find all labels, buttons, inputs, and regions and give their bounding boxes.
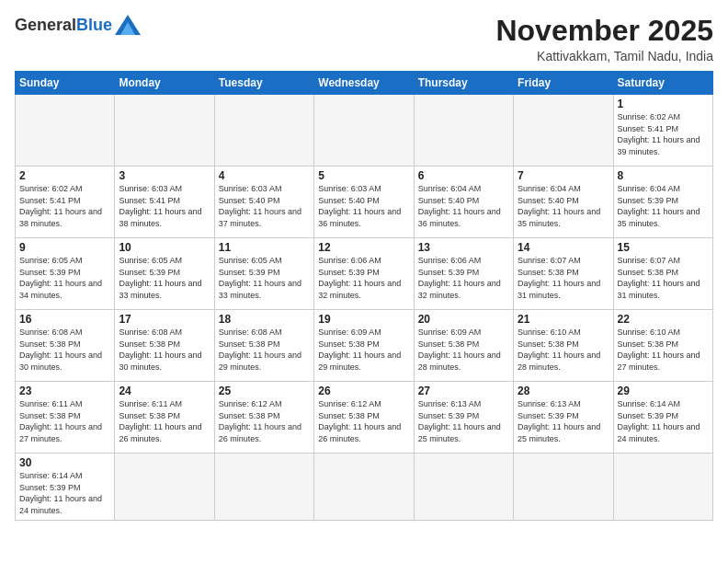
header: General Blue November 2025 Kattivakkam, …: [15, 15, 713, 63]
day-number: 5: [318, 169, 409, 182]
day-number: 3: [119, 169, 210, 182]
day-info: Sunrise: 6:04 AM Sunset: 5:40 PM Dayligh…: [518, 183, 609, 229]
day-number: 11: [219, 241, 310, 254]
day-number: 22: [618, 313, 709, 326]
calendar-week-row: 9Sunrise: 6:05 AM Sunset: 5:39 PM Daylig…: [16, 238, 713, 310]
header-thursday: Thursday: [414, 72, 513, 95]
header-friday: Friday: [514, 72, 613, 95]
table-row: 14Sunrise: 6:07 AM Sunset: 5:38 PM Dayli…: [514, 238, 613, 310]
table-row: 21Sunrise: 6:10 AM Sunset: 5:38 PM Dayli…: [514, 310, 613, 382]
day-number: 12: [318, 241, 409, 254]
page: General Blue November 2025 Kattivakkam, …: [0, 0, 728, 563]
day-number: 1: [618, 98, 709, 110]
table-row: 3Sunrise: 6:03 AM Sunset: 5:41 PM Daylig…: [115, 167, 214, 238]
table-row: 5Sunrise: 6:03 AM Sunset: 5:40 PM Daylig…: [314, 167, 414, 238]
table-row: 18Sunrise: 6:08 AM Sunset: 5:38 PM Dayli…: [214, 310, 313, 382]
table-row: 11Sunrise: 6:05 AM Sunset: 5:39 PM Dayli…: [214, 238, 313, 310]
table-row: [414, 454, 513, 520]
day-number: 13: [418, 241, 509, 254]
location: Kattivakkam, Tamil Nadu, India: [495, 49, 713, 63]
day-number: 29: [618, 385, 709, 397]
title-block: November 2025 Kattivakkam, Tamil Nadu, I…: [495, 15, 713, 63]
header-monday: Monday: [115, 72, 214, 95]
table-row: [115, 95, 214, 167]
day-info: Sunrise: 6:09 AM Sunset: 5:38 PM Dayligh…: [418, 327, 509, 373]
day-number: 14: [518, 241, 609, 254]
day-number: 7: [518, 169, 609, 182]
day-info: Sunrise: 6:07 AM Sunset: 5:38 PM Dayligh…: [618, 255, 709, 301]
table-row: 19Sunrise: 6:09 AM Sunset: 5:38 PM Dayli…: [314, 310, 414, 382]
day-info: Sunrise: 6:06 AM Sunset: 5:39 PM Dayligh…: [318, 255, 409, 301]
day-number: 23: [19, 385, 110, 397]
table-row: 25Sunrise: 6:12 AM Sunset: 5:38 PM Dayli…: [214, 382, 313, 454]
table-row: 7Sunrise: 6:04 AM Sunset: 5:40 PM Daylig…: [514, 167, 613, 238]
table-row: 24Sunrise: 6:11 AM Sunset: 5:38 PM Dayli…: [115, 382, 214, 454]
day-info: Sunrise: 6:08 AM Sunset: 5:38 PM Dayligh…: [219, 327, 310, 373]
header-saturday: Saturday: [613, 72, 712, 95]
day-info: Sunrise: 6:03 AM Sunset: 5:40 PM Dayligh…: [318, 183, 409, 229]
logo-icon: [115, 15, 141, 35]
day-info: Sunrise: 6:12 AM Sunset: 5:38 PM Dayligh…: [318, 398, 409, 444]
logo-blue: Blue: [76, 16, 112, 35]
table-row: [514, 95, 613, 167]
table-row: 28Sunrise: 6:13 AM Sunset: 5:39 PM Dayli…: [514, 382, 613, 454]
day-info: Sunrise: 6:10 AM Sunset: 5:38 PM Dayligh…: [618, 327, 709, 373]
day-info: Sunrise: 6:11 AM Sunset: 5:38 PM Dayligh…: [119, 398, 210, 444]
table-row: [314, 95, 414, 167]
table-row: 1Sunrise: 6:02 AM Sunset: 5:41 PM Daylig…: [613, 95, 712, 167]
table-row: 27Sunrise: 6:13 AM Sunset: 5:39 PM Dayli…: [414, 382, 513, 454]
day-info: Sunrise: 6:07 AM Sunset: 5:38 PM Dayligh…: [518, 255, 609, 301]
day-number: 27: [418, 385, 509, 397]
day-info: Sunrise: 6:03 AM Sunset: 5:40 PM Dayligh…: [219, 183, 310, 229]
day-info: Sunrise: 6:09 AM Sunset: 5:38 PM Dayligh…: [318, 327, 409, 373]
day-number: 24: [119, 385, 210, 397]
day-number: 16: [19, 313, 110, 326]
day-info: Sunrise: 6:05 AM Sunset: 5:39 PM Dayligh…: [219, 255, 310, 301]
table-row: [314, 454, 414, 520]
day-info: Sunrise: 6:02 AM Sunset: 5:41 PM Dayligh…: [618, 111, 709, 157]
calendar-week-row: 16Sunrise: 6:08 AM Sunset: 5:38 PM Dayli…: [16, 310, 713, 382]
table-row: [16, 95, 115, 167]
day-number: 8: [618, 169, 709, 182]
day-info: Sunrise: 6:08 AM Sunset: 5:38 PM Dayligh…: [119, 327, 210, 373]
day-number: 20: [418, 313, 509, 326]
day-number: 30: [19, 456, 110, 469]
day-number: 10: [119, 241, 210, 254]
calendar-week-row: 1Sunrise: 6:02 AM Sunset: 5:41 PM Daylig…: [16, 95, 713, 167]
table-row: [613, 454, 712, 520]
day-info: Sunrise: 6:13 AM Sunset: 5:39 PM Dayligh…: [518, 398, 609, 444]
table-row: [414, 95, 513, 167]
calendar: Sunday Monday Tuesday Wednesday Thursday…: [15, 71, 713, 520]
day-info: Sunrise: 6:12 AM Sunset: 5:38 PM Dayligh…: [219, 398, 310, 444]
day-number: 25: [219, 385, 310, 397]
day-info: Sunrise: 6:14 AM Sunset: 5:39 PM Dayligh…: [618, 398, 709, 444]
table-row: 22Sunrise: 6:10 AM Sunset: 5:38 PM Dayli…: [613, 310, 712, 382]
table-row: 13Sunrise: 6:06 AM Sunset: 5:39 PM Dayli…: [414, 238, 513, 310]
table-row: [214, 95, 313, 167]
day-number: 17: [119, 313, 210, 326]
day-number: 26: [318, 385, 409, 397]
day-info: Sunrise: 6:13 AM Sunset: 5:39 PM Dayligh…: [418, 398, 509, 444]
table-row: 10Sunrise: 6:05 AM Sunset: 5:39 PM Dayli…: [115, 238, 214, 310]
table-row: 4Sunrise: 6:03 AM Sunset: 5:40 PM Daylig…: [214, 167, 313, 238]
calendar-week-row: 2Sunrise: 6:02 AM Sunset: 5:41 PM Daylig…: [16, 167, 713, 238]
logo-general: General: [15, 16, 76, 35]
day-number: 28: [518, 385, 609, 397]
day-number: 9: [19, 241, 110, 254]
day-info: Sunrise: 6:08 AM Sunset: 5:38 PM Dayligh…: [19, 327, 110, 373]
table-row: 17Sunrise: 6:08 AM Sunset: 5:38 PM Dayli…: [115, 310, 214, 382]
table-row: 23Sunrise: 6:11 AM Sunset: 5:38 PM Dayli…: [16, 382, 115, 454]
month-title: November 2025: [495, 15, 713, 47]
day-info: Sunrise: 6:06 AM Sunset: 5:39 PM Dayligh…: [418, 255, 509, 301]
day-info: Sunrise: 6:10 AM Sunset: 5:38 PM Dayligh…: [518, 327, 609, 373]
table-row: 15Sunrise: 6:07 AM Sunset: 5:38 PM Dayli…: [613, 238, 712, 310]
table-row: 30Sunrise: 6:14 AM Sunset: 5:39 PM Dayli…: [16, 454, 115, 520]
table-row: [214, 454, 313, 520]
day-info: Sunrise: 6:11 AM Sunset: 5:38 PM Dayligh…: [19, 398, 110, 444]
day-number: 21: [518, 313, 609, 326]
table-row: 20Sunrise: 6:09 AM Sunset: 5:38 PM Dayli…: [414, 310, 513, 382]
day-info: Sunrise: 6:04 AM Sunset: 5:39 PM Dayligh…: [618, 183, 709, 229]
day-info: Sunrise: 6:03 AM Sunset: 5:41 PM Dayligh…: [119, 183, 210, 229]
day-number: 19: [318, 313, 409, 326]
weekday-header-row: Sunday Monday Tuesday Wednesday Thursday…: [16, 72, 713, 95]
